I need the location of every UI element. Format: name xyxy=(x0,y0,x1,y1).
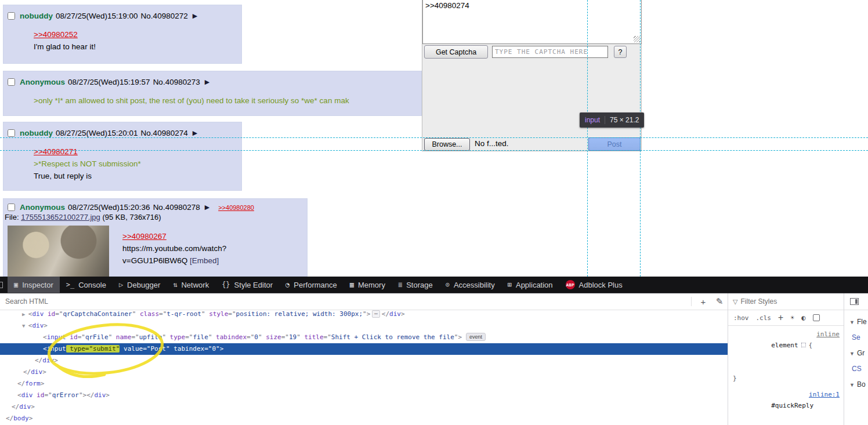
rule-source-link[interactable]: inline:1 xyxy=(809,389,840,400)
rules-filter-bar: ▽ xyxy=(728,293,844,310)
section-grid[interactable]: ▼Gr xyxy=(849,349,868,357)
post-button[interactable]: Post xyxy=(588,137,641,151)
post-number[interactable]: No.40980272 xyxy=(141,12,188,20)
post-number[interactable]: No.40980273 xyxy=(153,78,200,86)
markup-line[interactable]: </body> xyxy=(0,413,728,424)
performance-icon: ◔ xyxy=(285,281,290,289)
html-tree: ▶ <div id="qrCaptchaContainer" class="t-… xyxy=(0,308,728,425)
post-header: Anonymous 08/27/25(Wed)15:20:36 No.40980… xyxy=(3,197,254,212)
embed-link[interactable]: [Embed] xyxy=(190,256,219,265)
rule-source-link[interactable]: inline xyxy=(816,329,840,340)
rule-selector-line[interactable]: #quickReply inline:1 xyxy=(733,389,841,425)
inspector-highlight-overlay xyxy=(588,137,641,151)
post-menu-arrow-icon[interactable]: ▶ xyxy=(193,129,197,137)
file-label: File: xyxy=(5,213,19,221)
tab-adblock-plus[interactable]: ABP Adblock Plus xyxy=(559,277,629,293)
markup-line[interactable]: </div> xyxy=(0,366,728,378)
dark-scheme-icon[interactable]: ◐ xyxy=(801,314,805,322)
post-text: I'm glad to hear it! xyxy=(34,42,96,51)
post-image-thumbnail[interactable] xyxy=(8,226,109,277)
markup-line-selected-submit-input[interactable]: <input type="submit" value="Post" tabind… xyxy=(0,343,728,355)
post-number[interactable]: No.40980278 xyxy=(153,203,200,212)
textarea-resize-grip[interactable] xyxy=(634,36,640,42)
storage-icon: ≣ xyxy=(398,281,402,289)
captcha-help-button[interactable]: ? xyxy=(614,46,627,58)
post-menu-arrow-icon[interactable]: ▶ xyxy=(205,204,209,211)
application-icon: ⊞ xyxy=(508,281,512,289)
markup-line[interactable]: </form> xyxy=(0,378,728,390)
markup-line[interactable]: ▼ <div> xyxy=(0,320,728,332)
tab-memory[interactable]: ▦ Memory xyxy=(343,277,392,293)
chevron-down-icon: ▼ xyxy=(849,382,855,388)
quote-link[interactable]: >>40980252 xyxy=(34,30,78,39)
get-captcha-button[interactable]: Get Captcha xyxy=(424,45,488,59)
chevron-down-icon: ▼ xyxy=(849,319,855,325)
tab-accessibility[interactable]: ⊙ Accessibility xyxy=(439,277,501,293)
quote-link[interactable]: >>40980271 xyxy=(34,147,78,156)
section-box-model[interactable]: ▼Bo xyxy=(849,380,868,388)
section-flexbox[interactable]: ▼Fle xyxy=(849,318,868,326)
post-reply: nobuddy 08/27/25(Wed)15:19:00 No.4098027… xyxy=(3,5,242,64)
tab-performance[interactable]: ◔ Performance xyxy=(279,277,343,293)
selector-text: element xyxy=(771,342,798,349)
file-status-text: No f...ted. xyxy=(475,139,509,148)
markup-line[interactable]: </div> xyxy=(0,355,728,366)
markup-line[interactable]: </div> xyxy=(0,401,728,413)
post-menu-arrow-icon[interactable]: ▶ xyxy=(193,12,197,20)
filter-styles-input[interactable] xyxy=(740,297,844,306)
backlink[interactable]: >>40980280 xyxy=(218,204,254,211)
markup-line[interactable]: ▶ <div id="qrCaptchaContainer" class="t-… xyxy=(0,308,728,320)
rule-separator xyxy=(733,384,841,389)
markup-line[interactable]: <div id="qrError"></div> xyxy=(0,390,728,401)
captcha-input[interactable] xyxy=(492,46,608,58)
post-body: >>40980267 https://m.youtube.com/watch? … xyxy=(122,230,226,267)
post-checkbox[interactable] xyxy=(8,12,15,20)
devtools-extra-tool-icon[interactable] xyxy=(0,277,8,293)
post-reply: Anonymous 08/27/25(Wed)15:20:36 No.40980… xyxy=(3,198,308,277)
highlighter-toggle-icon[interactable] xyxy=(801,343,806,347)
tab-application[interactable]: ⊞ Application xyxy=(501,277,559,293)
browse-button[interactable]: Browse... xyxy=(424,138,470,151)
post-number[interactable]: No.40980274 xyxy=(141,129,188,137)
add-rule-icon[interactable]: + xyxy=(778,313,783,323)
post-datetime: 08/27/25(Wed)15:19:57 xyxy=(68,78,150,86)
tab-label: Storage xyxy=(406,281,433,289)
infobar-tag-name: input xyxy=(585,116,600,124)
reply-textarea[interactable]: >>40980274 xyxy=(422,0,642,44)
rules-list: element{ inline } #quickReply inline:1 i… xyxy=(728,326,844,425)
section-flexbox-content: Se xyxy=(852,333,868,342)
post-checkbox[interactable] xyxy=(8,78,15,86)
split-console-icon[interactable] xyxy=(850,298,859,305)
poster-name: Anonymous xyxy=(20,203,65,212)
eyedropper-icon[interactable]: ✎ xyxy=(711,296,728,307)
memory-icon: ▦ xyxy=(350,281,354,289)
print-simulation-icon[interactable] xyxy=(813,314,820,321)
toolbar-divider xyxy=(691,297,692,306)
tab-style-editor[interactable]: {} Style Editor xyxy=(215,277,279,293)
search-html-input[interactable] xyxy=(0,297,688,306)
tab-network[interactable]: ⇅ Network xyxy=(167,277,215,293)
accessibility-icon: ⊙ xyxy=(446,281,450,289)
tab-debugger[interactable]: ▷ Debugger xyxy=(113,277,167,293)
file-name-link[interactable]: 1755513652100277.jpg xyxy=(21,213,100,221)
light-scheme-icon[interactable]: ☀ xyxy=(790,314,794,322)
layout-sidebar-cutoff: ▼Fle Se ▼Gr CS ▼Bo xyxy=(844,293,868,425)
tab-storage[interactable]: ≣ Storage xyxy=(392,277,439,293)
class-toggle[interactable]: .cls xyxy=(756,314,772,322)
network-icon: ⇅ xyxy=(173,281,177,289)
markup-line-file-input[interactable]: <input id="qrFile" name="upfile" type="f… xyxy=(0,332,728,343)
post-checkbox[interactable] xyxy=(8,129,15,137)
add-node-icon[interactable]: + xyxy=(695,297,711,307)
element-rule-selector[interactable]: element{ inline xyxy=(733,329,841,373)
sidebar-header xyxy=(844,293,868,310)
post-menu-arrow-icon[interactable]: ▶ xyxy=(205,78,209,86)
rules-pane: ▽ :hov .cls + ☀ ◐ element{ inline } #qui xyxy=(728,293,844,425)
quote-link[interactable]: >>40980267 xyxy=(122,232,167,241)
section-grid-content: CS xyxy=(852,365,868,373)
pseudo-class-toggle[interactable]: :hov xyxy=(733,314,749,322)
tab-console[interactable]: >_ Console xyxy=(60,277,113,293)
highlighter-guide-vertical xyxy=(587,0,588,277)
post-checkbox[interactable] xyxy=(8,204,15,211)
tab-inspector[interactable]: ▣ Inspector xyxy=(8,277,60,293)
tab-label: Console xyxy=(78,281,106,289)
